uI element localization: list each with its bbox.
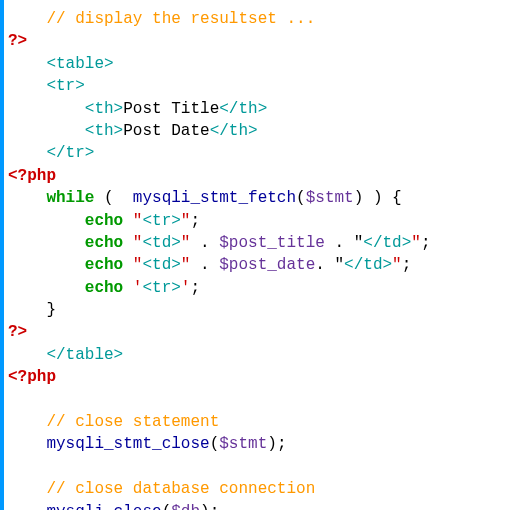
comment-line: // close database connection [46, 480, 315, 498]
variable: $post_title [219, 234, 325, 252]
string-quote: " [392, 256, 402, 274]
concat: . " [315, 256, 344, 274]
string-quote: " [181, 234, 191, 252]
html-tag: <th> [85, 122, 123, 140]
paren: ( [210, 435, 220, 453]
concat: . [190, 256, 219, 274]
text-content: Post Title [123, 100, 219, 118]
keyword: while [46, 189, 94, 207]
string-tag: <td> [142, 256, 180, 274]
html-tag: <table> [46, 55, 113, 73]
string-quote: " [181, 212, 191, 230]
comment-line: // display the resultset ... [46, 10, 315, 28]
string-tag: <tr> [142, 212, 180, 230]
function-call: mysqli_close [46, 503, 161, 510]
keyword: echo [85, 279, 123, 297]
concat: . " [325, 234, 363, 252]
php-close-tag: ?> [8, 32, 27, 50]
html-tag: <tr> [46, 77, 84, 95]
keyword: echo [85, 234, 123, 252]
brace: } [46, 301, 56, 319]
semicolon: ; [402, 256, 412, 274]
semicolon: ; [210, 503, 220, 510]
string-tag: </td> [344, 256, 392, 274]
paren: ( [94, 189, 132, 207]
text-content: Post Date [123, 122, 209, 140]
html-tag: </tr> [46, 144, 94, 162]
php-close-tag: ?> [8, 323, 27, 341]
string-quote: ' [181, 279, 191, 297]
string-tag: </td> [363, 234, 411, 252]
variable: $post_date [219, 256, 315, 274]
semicolon: ; [421, 234, 431, 252]
html-tag: </table> [46, 346, 123, 364]
string-quote: " [181, 256, 191, 274]
paren: ) { [363, 189, 401, 207]
string-quote: " [123, 234, 142, 252]
paren: ) [200, 503, 210, 510]
function-call: mysqli_stmt_fetch [133, 189, 296, 207]
string-tag: <tr> [142, 279, 180, 297]
variable: $stmt [306, 189, 354, 207]
concat: . [190, 234, 219, 252]
string-quote: ' [123, 279, 142, 297]
html-tag: </th> [219, 100, 267, 118]
keyword: echo [85, 256, 123, 274]
code-block: // display the resultset ... ?> <table> … [0, 0, 505, 510]
keyword: echo [85, 212, 123, 230]
string-quote: " [411, 234, 421, 252]
comment-line: // close statement [46, 413, 219, 431]
function-call: mysqli_stmt_close [46, 435, 209, 453]
php-open-tag: <?php [8, 167, 56, 185]
variable: $db [171, 503, 200, 510]
paren: ) [354, 189, 364, 207]
paren: ( [296, 189, 306, 207]
semicolon: ; [190, 279, 200, 297]
variable: $stmt [219, 435, 267, 453]
php-open-tag: <?php [8, 368, 56, 386]
html-tag: </th> [210, 122, 258, 140]
string-tag: <td> [142, 234, 180, 252]
string-quote: " [123, 212, 142, 230]
paren: ( [162, 503, 172, 510]
html-tag: <th> [85, 100, 123, 118]
semicolon: ; [277, 435, 287, 453]
string-quote: " [123, 256, 142, 274]
semicolon: ; [190, 212, 200, 230]
paren: ) [267, 435, 277, 453]
